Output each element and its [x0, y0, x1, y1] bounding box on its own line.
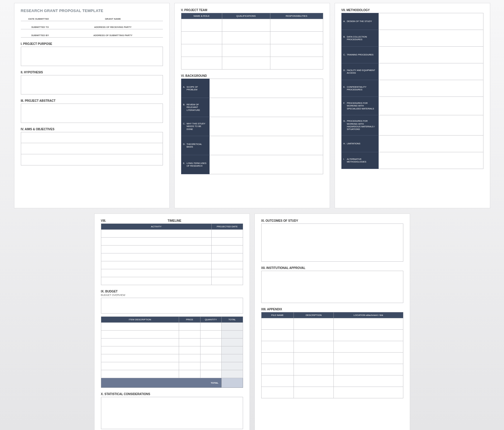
meth-row: D.FACILITY AND EQUIPMENT ACCESS: [341, 63, 378, 80]
table-row: [101, 230, 243, 238]
bg-row: B.REVIEW OF RELEVANT LITERATURE: [181, 98, 209, 117]
bg-row: C.WHY THIS STUDY NEEDS TO BE DONE: [181, 117, 209, 136]
section-timeline: TIMELINE: [106, 219, 243, 222]
aims-row: [21, 154, 163, 165]
main-title: RESEARCH GRANT PROPOSAL TEMPLATE: [21, 9, 163, 13]
table-row: [101, 346, 243, 354]
table-row: [261, 375, 403, 387]
page-5: XI. OUTCOMES OF STUDY XII. INSTITUTIONAL…: [254, 214, 410, 430]
meth-row: G.PROCEDURES FOR WORKING WITH HAZARDOUS …: [341, 115, 378, 136]
box-abstract: [21, 104, 163, 123]
box-budget-overview: [101, 298, 243, 314]
box-hypothesis: [21, 75, 163, 94]
table-row: [261, 341, 403, 353]
box-project-purpose: [21, 47, 163, 66]
th-file: FILE NAME: [261, 312, 294, 318]
th-qty: QUANTITY: [200, 317, 221, 323]
label-submitted-to: SUBMITTED TO: [21, 25, 51, 29]
section-timeline-num: VIII.: [101, 219, 106, 222]
section-team: V. PROJECT TEAM: [181, 9, 323, 12]
section-appendix: XIII. APPENDIX: [261, 308, 403, 311]
methodology-table: A.DESIGN OF THE STUDY B.DATA COLLECTION …: [341, 13, 483, 169]
section-methodology: VII. METHODOLOGY: [341, 9, 483, 12]
th-desc: DESCRIPTION: [294, 312, 334, 318]
team-table: NAME & ROLE QUALIFICATIONS RESPONSIBILIT…: [181, 13, 323, 70]
meta-table: DATE SUBMITTED GRANT NAME SUBMITTED TO A…: [21, 16, 163, 38]
budget-sub: BUDGET OVERVIEW: [101, 294, 243, 297]
aims-row: [21, 132, 163, 143]
table-row: [101, 338, 243, 346]
th-price: PRICE: [179, 317, 200, 323]
meth-row: B.DATA COLLECTION PROCEDURES: [341, 30, 378, 47]
label-address-receiving: ADDRESS OF RECEIVING PARTY: [63, 25, 163, 29]
th-date: PROJECTED DATE: [212, 224, 243, 230]
table-row: [101, 253, 243, 261]
table-row: [101, 238, 243, 246]
section-background: VI. BACKGROUND: [181, 74, 323, 77]
page-2: V. PROJECT TEAM NAME & ROLE QUALIFICATIO…: [174, 3, 330, 208]
table-row: [101, 246, 243, 253]
box-outcomes: [261, 224, 403, 262]
section-hypothesis: II. HYPOTHESIS: [21, 71, 163, 74]
table-row: [181, 57, 323, 70]
section-stats: X. STATISTICAL CONSIDERATIONS: [101, 392, 243, 396]
table-row: [261, 330, 403, 341]
table-row: [101, 354, 243, 362]
bg-row: D.THEORETICAL BASIS: [181, 136, 209, 155]
meth-row: E.CONFIDENTIALITY PROCEDURES: [341, 80, 378, 97]
meth-row: A.DESIGN OF THE STUDY: [341, 13, 378, 30]
table-row: [261, 364, 403, 375]
table-row: [101, 323, 243, 331]
appendix-table: FILE NAME DESCRIPTION LOCATION attachmen…: [261, 312, 403, 398]
background-table: A.SCOPE OF PROBLEM B.REVIEW OF RELEVANT …: [181, 79, 323, 174]
label-submitted-by: SUBMITTED BY: [21, 33, 51, 38]
table-row: [101, 269, 243, 277]
budget-total-label: TOTAL: [101, 378, 222, 388]
table-row: [261, 387, 403, 398]
table-row: [181, 32, 323, 44]
table-row: [261, 353, 403, 364]
table-row: [181, 19, 323, 32]
table-row: [101, 277, 243, 285]
th-activity: ACTIVITY: [101, 224, 212, 230]
th-qual: QUALIFICATIONS: [222, 13, 270, 19]
timeline-table: ACTIVITY PROJECTED DATE: [101, 224, 243, 285]
budget-table: ITEM DESCRIPTION PRICE QUANTITY TOTAL TO…: [101, 316, 243, 388]
section-aims: IV. AIMS & OBJECTIVES: [21, 128, 163, 131]
section-outcomes: XI. OUTCOMES OF STUDY: [261, 219, 403, 222]
label-grant-name: GRANT NAME: [63, 16, 163, 21]
label-date-submitted: DATE SUBMITTED: [21, 16, 51, 21]
table-row: [181, 44, 323, 57]
th-loc: LOCATION attachment / link: [334, 312, 403, 318]
table-row: [101, 370, 243, 378]
budget-total-row: TOTAL: [101, 378, 243, 388]
page-1: RESEARCH GRANT PROPOSAL TEMPLATE DATE SU…: [14, 3, 170, 208]
bg-row: E.LONG-TERM USES OF RESEARCH: [181, 155, 209, 174]
section-budget: IX. BUDGET: [101, 290, 243, 293]
th-item: ITEM DESCRIPTION: [101, 317, 179, 323]
table-row: [101, 331, 243, 338]
th-name: NAME & ROLE: [181, 13, 222, 19]
section-abstract: III. PROJECT ABSTRACT: [21, 99, 163, 102]
meth-row: I.ALTERNATIVE METHODOLOGIES: [341, 152, 378, 169]
th-resp: RESPONSIBILITIES: [270, 13, 323, 19]
meth-row: C.TRAINING PROCEDURES: [341, 47, 378, 63]
meth-row: F.PROCEDURES FOR WORKING WITH SPECIALIZE…: [341, 97, 378, 115]
bg-row: A.SCOPE OF PROBLEM: [181, 79, 209, 98]
table-row: [261, 318, 403, 330]
page-4: VIII. TIMELINE ACTIVITY PROJECTED DATE I…: [94, 214, 250, 430]
box-inst-approval: [261, 271, 403, 303]
page-3: VII. METHODOLOGY A.DESIGN OF THE STUDY B…: [335, 3, 490, 208]
meth-row: H.LIMITATIONS: [341, 136, 378, 152]
table-row: [101, 362, 243, 370]
th-total: TOTAL: [222, 317, 243, 323]
table-row: [101, 261, 243, 269]
section-inst-approval: XII. INSTITUTIONAL APPROVAL: [261, 266, 403, 270]
aims-row: [21, 143, 163, 154]
label-address-submitting: ADDRESS OF SUBMITTING PARTY: [63, 33, 163, 38]
box-stats: [101, 397, 243, 429]
aims-stack: [21, 132, 163, 165]
section-project-purpose: I. PROJECT PURPOSE: [21, 42, 163, 45]
